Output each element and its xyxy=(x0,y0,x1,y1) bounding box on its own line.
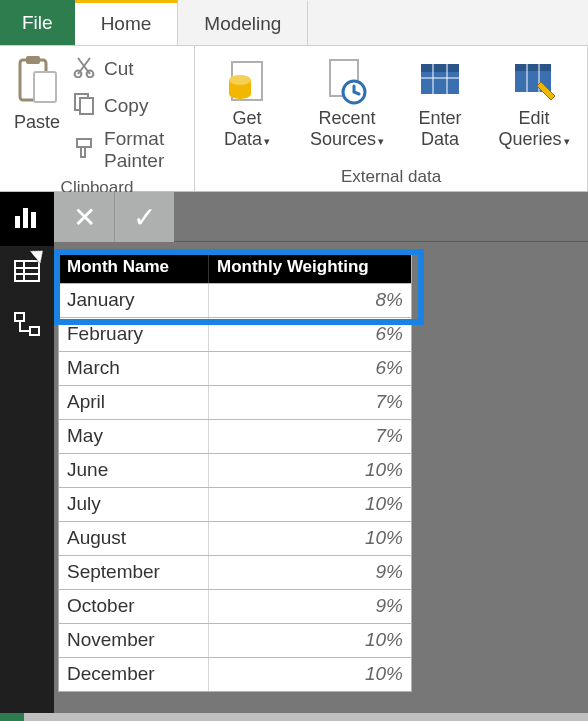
tab-home[interactable]: Home xyxy=(75,0,179,45)
menu-tabs: File Home Modeling xyxy=(0,0,588,46)
relationship-icon xyxy=(12,310,42,344)
edit-queries-button[interactable]: Edit Queries▾ xyxy=(493,54,575,149)
format-painter-button[interactable]: Format Painter xyxy=(72,128,180,172)
svg-rect-30 xyxy=(15,313,24,321)
status-indicator xyxy=(0,713,24,721)
ribbon: Paste Cut Copy xyxy=(0,46,588,192)
svg-rect-6 xyxy=(80,98,93,114)
table-row[interactable]: May7% xyxy=(59,419,411,453)
cut-button[interactable]: Cut xyxy=(72,54,180,83)
database-icon xyxy=(224,54,270,106)
cell-weighting[interactable]: 10% xyxy=(209,624,411,657)
status-bar xyxy=(0,713,588,721)
table-row[interactable]: September9% xyxy=(59,555,411,589)
view-switcher xyxy=(0,192,54,721)
check-icon: ✓ xyxy=(133,201,156,234)
edit-queries-icon xyxy=(511,54,557,106)
svg-rect-23 xyxy=(15,216,20,228)
table-row[interactable]: August10% xyxy=(59,521,411,555)
copy-button[interactable]: Copy xyxy=(72,91,180,120)
cancel-formula-button[interactable]: ✕ xyxy=(54,192,114,242)
recent-sources-label: Recent Sources▾ xyxy=(310,108,384,149)
svg-rect-24 xyxy=(23,208,28,228)
cell-weighting[interactable]: 9% xyxy=(209,590,411,623)
clipboard-icon xyxy=(16,54,58,110)
commit-formula-button[interactable]: ✓ xyxy=(114,192,174,242)
chevron-down-icon: ▾ xyxy=(378,135,384,147)
table-row[interactable]: October9% xyxy=(59,589,411,623)
table-row[interactable]: July10% xyxy=(59,487,411,521)
cell-weighting[interactable]: 10% xyxy=(209,658,411,691)
cell-month[interactable]: May xyxy=(59,420,209,453)
bar-chart-icon xyxy=(12,202,42,236)
svg-rect-7 xyxy=(77,139,91,147)
copy-label: Copy xyxy=(104,95,148,117)
formula-bar-input[interactable] xyxy=(174,192,588,242)
paste-label: Paste xyxy=(14,112,60,133)
svg-rect-31 xyxy=(30,327,39,335)
recent-sources-icon xyxy=(324,54,370,106)
cell-weighting[interactable]: 9% xyxy=(209,556,411,589)
cell-month[interactable]: June xyxy=(59,454,209,487)
svg-rect-26 xyxy=(15,261,39,281)
table-row[interactable]: June10% xyxy=(59,453,411,487)
cell-month[interactable]: July xyxy=(59,488,209,521)
cell-month[interactable]: March xyxy=(59,352,209,385)
edit-queries-label: Edit Queries▾ xyxy=(498,108,569,149)
cell-month[interactable]: August xyxy=(59,522,209,555)
cell-weighting[interactable]: 7% xyxy=(209,386,411,419)
copy-icon xyxy=(72,91,96,120)
svg-rect-2 xyxy=(34,72,56,102)
cell-month[interactable]: October xyxy=(59,590,209,623)
paintbrush-icon xyxy=(72,136,96,165)
chevron-down-icon: ▾ xyxy=(264,135,270,147)
cut-label: Cut xyxy=(104,58,134,80)
get-data-button[interactable]: Get Data▾ xyxy=(207,54,287,149)
cell-month[interactable]: December xyxy=(59,658,209,691)
tab-file[interactable]: File xyxy=(0,0,75,45)
cell-weighting[interactable]: 7% xyxy=(209,420,411,453)
svg-rect-20 xyxy=(515,64,551,71)
cell-month[interactable]: November xyxy=(59,624,209,657)
enter-data-label: Enter Data xyxy=(418,108,461,149)
canvas-area: ✕ ✓ Month Name Monthly Weighting January… xyxy=(54,192,588,721)
table-row[interactable]: December10% xyxy=(59,657,411,691)
cell-weighting[interactable]: 10% xyxy=(209,488,411,521)
highlight-rectangle xyxy=(54,249,424,325)
group-label-external-data: External data xyxy=(203,165,579,191)
cell-month[interactable]: April xyxy=(59,386,209,419)
get-data-label: Get Data▾ xyxy=(224,108,270,149)
svg-rect-1 xyxy=(26,56,40,64)
cell-month[interactable]: September xyxy=(59,556,209,589)
table-row[interactable]: March6% xyxy=(59,351,411,385)
x-icon: ✕ xyxy=(73,201,96,234)
workspace: ✕ ✓ Month Name Monthly Weighting January… xyxy=(0,192,588,721)
report-view-button[interactable] xyxy=(0,192,54,246)
formula-bar-row: ✕ ✓ xyxy=(54,192,588,242)
cell-weighting[interactable]: 10% xyxy=(209,454,411,487)
paste-button[interactable]: Paste xyxy=(8,50,66,176)
scissors-icon xyxy=(72,54,96,83)
table-row[interactable]: November10% xyxy=(59,623,411,657)
enter-data-button[interactable]: Enter Data xyxy=(407,54,473,149)
svg-point-11 xyxy=(229,75,251,85)
model-view-button[interactable] xyxy=(0,300,54,354)
cell-weighting[interactable]: 6% xyxy=(209,352,411,385)
cell-weighting[interactable]: 10% xyxy=(209,522,411,555)
recent-sources-button[interactable]: Recent Sources▾ xyxy=(307,54,387,149)
tab-modeling[interactable]: Modeling xyxy=(178,0,308,45)
chevron-down-icon: ▾ xyxy=(564,135,570,147)
svg-rect-25 xyxy=(31,212,36,228)
enter-data-icon xyxy=(417,54,463,106)
svg-rect-15 xyxy=(421,64,459,72)
format-painter-label: Format Painter xyxy=(104,128,180,172)
table-row[interactable]: April7% xyxy=(59,385,411,419)
